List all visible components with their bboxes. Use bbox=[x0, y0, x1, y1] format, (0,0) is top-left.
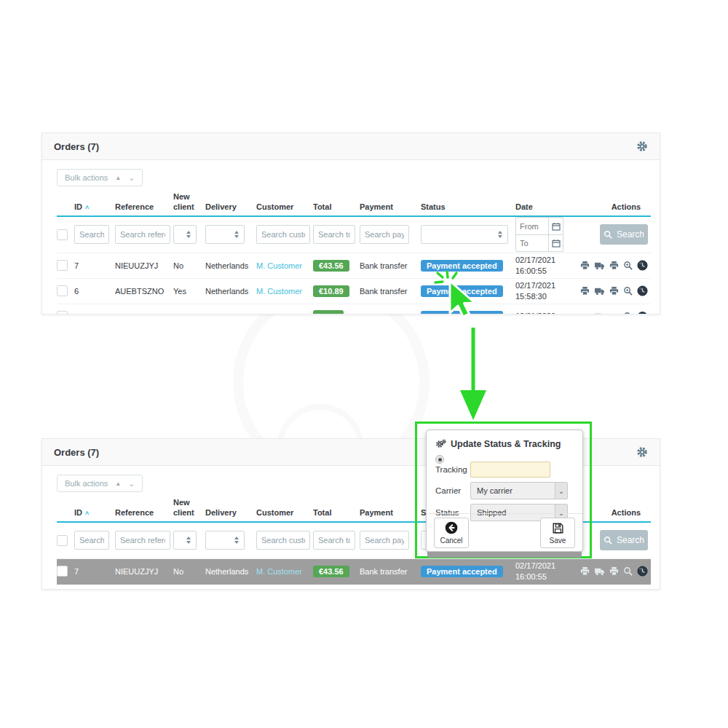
total-filter-input[interactable] bbox=[313, 531, 355, 550]
table-row[interactable]: 6 AUEBTSZNO Yes Netherlands M. Customer … bbox=[57, 279, 651, 304]
reference-filter-input[interactable] bbox=[115, 225, 170, 244]
order-reference: NIEUUZJYJ bbox=[115, 261, 173, 270]
table-row-selected[interactable]: 7 NIEUUZJYJ No Netherlands M. Customer €… bbox=[57, 559, 651, 585]
details-icon[interactable] bbox=[575, 286, 576, 296]
total-filter-input[interactable] bbox=[313, 225, 355, 244]
order-id: 5 bbox=[74, 312, 115, 315]
preview-icon[interactable] bbox=[623, 566, 633, 576]
delivery-filter-select[interactable] bbox=[205, 531, 245, 550]
calendar-icon[interactable] bbox=[548, 218, 563, 234]
table-row[interactable]: 6 AUEBTSZNO Yes Netherlands M. Customer … bbox=[57, 585, 651, 590]
tracking-module-icon[interactable] bbox=[637, 260, 648, 271]
floppy-save-icon bbox=[551, 521, 565, 535]
column-header-total: Total bbox=[313, 508, 360, 518]
invoice-icon[interactable] bbox=[609, 312, 619, 314]
status-badge[interactable]: Payment accepted bbox=[421, 260, 503, 272]
preview-icon[interactable] bbox=[623, 261, 633, 270]
preview-icon[interactable] bbox=[623, 286, 633, 296]
customer-link[interactable]: M. Customer bbox=[256, 287, 302, 296]
select-all-checkbox[interactable] bbox=[57, 535, 68, 546]
reference-filter-input[interactable] bbox=[115, 531, 170, 550]
tracking-module-icon[interactable] bbox=[637, 566, 648, 577]
search-button[interactable]: Search bbox=[600, 530, 648, 550]
invoice-icon[interactable] bbox=[609, 566, 619, 576]
tracking-input[interactable] bbox=[470, 462, 550, 478]
row-checkbox[interactable] bbox=[57, 260, 68, 271]
total-badge bbox=[313, 310, 344, 315]
row-checkbox[interactable] bbox=[57, 285, 68, 296]
row-checkbox[interactable] bbox=[57, 311, 68, 314]
new-client-filter-select[interactable] bbox=[173, 531, 197, 550]
print-icon[interactable] bbox=[580, 566, 590, 576]
sort-asc-icon[interactable]: ˄ bbox=[85, 510, 89, 517]
order-payment: Bank transfer bbox=[360, 312, 421, 315]
delivery-filter-select[interactable] bbox=[205, 225, 245, 244]
invoice-icon[interactable] bbox=[609, 261, 619, 270]
calendar-icon[interactable] bbox=[548, 235, 563, 251]
order-delivery: Netherlands bbox=[205, 567, 256, 576]
status-badge[interactable]: Payment accepted bbox=[421, 285, 503, 297]
save-button[interactable]: Save bbox=[540, 518, 575, 548]
loader-icon bbox=[435, 455, 444, 464]
order-new-client: No bbox=[173, 312, 205, 315]
status-badge[interactable]: Payment accepted bbox=[421, 311, 503, 315]
order-new-client: Yes bbox=[173, 287, 205, 296]
sort-asc-icon[interactable]: ˄ bbox=[85, 204, 89, 211]
id-filter-input[interactable] bbox=[74, 531, 109, 550]
customer-link[interactable]: M. Customer bbox=[256, 261, 302, 270]
sort-arrows-icon bbox=[186, 537, 191, 544]
bulk-actions-label: Bulk actions bbox=[65, 173, 108, 182]
shipping-icon[interactable] bbox=[594, 312, 605, 314]
gear-icon[interactable] bbox=[636, 141, 648, 152]
customer-filter-input[interactable] bbox=[256, 531, 310, 550]
gear-icon[interactable] bbox=[636, 446, 648, 458]
bulk-actions-label: Bulk actions bbox=[65, 479, 108, 488]
invoice-icon[interactable] bbox=[609, 286, 619, 296]
print-icon[interactable] bbox=[580, 286, 590, 296]
cancel-button[interactable]: Cancel bbox=[434, 518, 469, 548]
shipping-icon[interactable] bbox=[594, 286, 605, 296]
details-icon[interactable] bbox=[575, 566, 576, 576]
column-header-payment: Payment bbox=[360, 202, 421, 213]
sort-arrows-icon bbox=[234, 537, 240, 544]
column-header-id[interactable]: ID˄ bbox=[74, 202, 115, 213]
date-from-input[interactable] bbox=[516, 222, 548, 231]
column-header-id[interactable]: ID˄ bbox=[74, 508, 115, 518]
new-client-filter-select[interactable] bbox=[173, 225, 197, 244]
id-filter-input[interactable] bbox=[74, 225, 109, 244]
select-all-checkbox[interactable] bbox=[57, 229, 68, 240]
tracking-module-icon[interactable] bbox=[637, 285, 648, 296]
preview-icon[interactable] bbox=[623, 312, 633, 314]
total-badge: €43.56 bbox=[313, 260, 349, 272]
order-id: 6 bbox=[74, 287, 115, 296]
customer-filter-input[interactable] bbox=[256, 225, 310, 244]
shipping-icon[interactable] bbox=[594, 261, 605, 270]
date-to-input[interactable] bbox=[516, 239, 548, 248]
carrier-select[interactable]: My carrier ⌄ bbox=[470, 482, 568, 499]
table-row[interactable]: 7 NIEUUZJYJ No Netherlands M. Customer €… bbox=[57, 253, 651, 279]
details-icon[interactable] bbox=[575, 312, 576, 314]
status-badge[interactable]: Payment accepted bbox=[421, 566, 503, 577]
table-row[interactable]: 5 No United States Bank transfer Payment… bbox=[57, 304, 651, 315]
search-button[interactable]: Search bbox=[600, 224, 648, 245]
customer-link[interactable]: M. Customer bbox=[256, 567, 302, 576]
status-filter-select[interactable] bbox=[421, 225, 508, 244]
tracking-module-icon[interactable] bbox=[637, 311, 648, 314]
sort-arrows-icon bbox=[497, 231, 503, 238]
bulk-actions-button[interactable]: Bulk actions▲⌄ bbox=[57, 475, 143, 492]
payment-filter-input[interactable] bbox=[360, 225, 409, 244]
payment-filter-input[interactable] bbox=[360, 531, 409, 550]
column-header-actions: Actions bbox=[575, 202, 651, 213]
details-icon[interactable] bbox=[575, 261, 576, 270]
panel-title: Orders (7) bbox=[54, 141, 99, 152]
table-header-row: ID˄ Reference New client Delivery Custom… bbox=[57, 192, 651, 217]
shipping-icon[interactable] bbox=[594, 566, 605, 576]
column-header-status: Status bbox=[421, 202, 515, 213]
bulk-actions-button[interactable]: Bulk actions▲⌄ bbox=[57, 169, 143, 186]
column-header-new-client: New client bbox=[173, 498, 205, 518]
panel-title: Orders (7) bbox=[54, 447, 99, 458]
print-icon[interactable] bbox=[580, 312, 590, 314]
row-checkbox[interactable] bbox=[57, 566, 68, 577]
column-header-payment: Payment bbox=[360, 508, 421, 518]
print-icon[interactable] bbox=[580, 261, 590, 270]
